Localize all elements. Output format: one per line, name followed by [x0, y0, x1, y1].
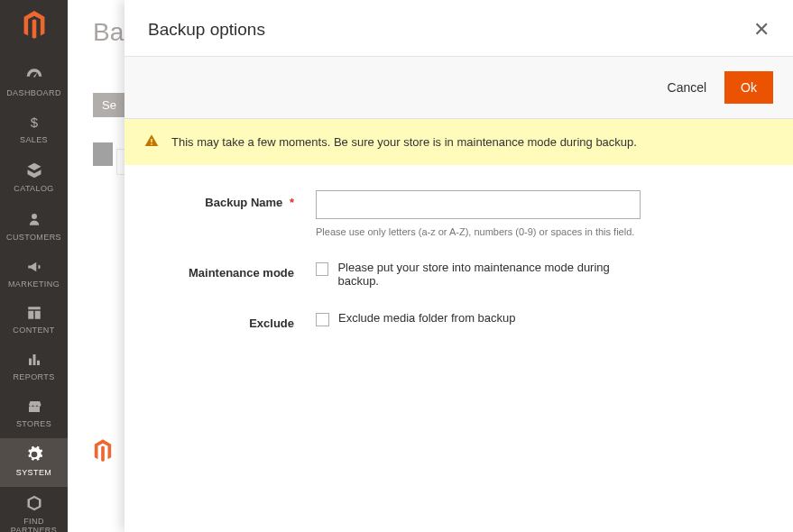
- exclude-media-checkbox-label: Exclude media folder from backup: [338, 311, 516, 325]
- sidebar-item-reports[interactable]: REPORTS: [0, 344, 68, 391]
- customers-icon: [26, 210, 42, 230]
- exclude-media-checkbox[interactable]: [316, 313, 329, 326]
- modal-actions: Cancel Ok: [124, 57, 793, 119]
- sidebar-item-dashboard[interactable]: DASHBOARD: [0, 59, 68, 107]
- maintenance-mode-checkbox[interactable]: [316, 262, 328, 276]
- system-icon: [25, 445, 43, 465]
- stores-icon: [25, 399, 43, 417]
- backup-options-form: Backup Name * Please use only letters (a…: [124, 165, 793, 377]
- sales-icon: $: [26, 115, 42, 133]
- backup-name-input[interactable]: [316, 190, 641, 219]
- maintenance-mode-checkbox-label: Please put your store into maintenance m…: [337, 261, 641, 288]
- backup-name-row: Backup Name * Please use only letters (a…: [148, 190, 770, 237]
- magento-logo-icon: [22, 11, 47, 42]
- close-icon[interactable]: ✕: [753, 20, 770, 40]
- admin-sidebar: DASHBOARD $ SALES CATALOG CUSTOMERS MARK…: [0, 0, 68, 532]
- backup-name-label: Backup Name *: [148, 190, 316, 237]
- sidebar-item-label: REPORTS: [13, 373, 54, 382]
- backup-options-modal: Backup options ✕ Cancel Ok This may take…: [124, 0, 793, 532]
- sidebar-item-label: CONTENT: [13, 326, 54, 335]
- warning-banner: This may take a few moments. Be sure you…: [124, 119, 793, 165]
- maintenance-mode-row: Maintenance mode Please put your store i…: [148, 261, 770, 288]
- sidebar-item-content[interactable]: CONTENT: [0, 298, 68, 344]
- required-mark: *: [290, 196, 294, 209]
- sidebar-item-stores[interactable]: STORES: [0, 391, 68, 438]
- warning-icon: [144, 133, 159, 151]
- content-icon: [26, 305, 42, 323]
- sidebar-item-label: STORES: [16, 420, 51, 429]
- sidebar-item-label: DASHBOARD: [6, 89, 61, 98]
- reports-icon: [26, 352, 42, 370]
- exclude-label: Exclude: [148, 311, 316, 330]
- sidebar-item-label: FIND PARTNERS & EXTENSIONS: [0, 518, 68, 532]
- sidebar-item-label: SALES: [20, 136, 48, 145]
- modal-title: Backup options: [148, 20, 265, 40]
- sidebar-item-label: SYSTEM: [16, 469, 51, 478]
- sidebar-item-label: MARKETING: [8, 280, 60, 289]
- svg-text:$: $: [30, 115, 38, 130]
- exclude-row: Exclude Exclude media folder from backup: [148, 311, 770, 330]
- backup-name-hint: Please use only letters (a-z or A-Z), nu…: [316, 226, 641, 237]
- sidebar-item-label: CUSTOMERS: [6, 234, 61, 243]
- magento-footer-logo-icon: [93, 439, 113, 465]
- partners-icon: [25, 494, 43, 514]
- sidebar-item-system[interactable]: SYSTEM: [0, 438, 68, 487]
- warning-text: This may take a few moments. Be sure you…: [171, 135, 637, 149]
- modal-header: Backup options ✕: [124, 0, 793, 57]
- sidebar-item-sales[interactable]: $ SALES: [0, 107, 68, 154]
- maintenance-mode-label: Maintenance mode: [148, 261, 316, 288]
- dashboard-icon: [25, 66, 43, 86]
- catalog-icon: [25, 161, 43, 181]
- marketing-icon: [25, 259, 43, 277]
- sidebar-item-label: CATALOG: [14, 185, 53, 194]
- ok-button[interactable]: Ok: [724, 71, 773, 104]
- cancel-button[interactable]: Cancel: [668, 80, 707, 95]
- sidebar-item-customers[interactable]: CUSTOMERS: [0, 203, 68, 252]
- sidebar-item-catalog[interactable]: CATALOG: [0, 154, 68, 203]
- sidebar-item-marketing[interactable]: MARKETING: [0, 252, 68, 298]
- sidebar-item-partners[interactable]: FIND PARTNERS & EXTENSIONS: [0, 487, 68, 532]
